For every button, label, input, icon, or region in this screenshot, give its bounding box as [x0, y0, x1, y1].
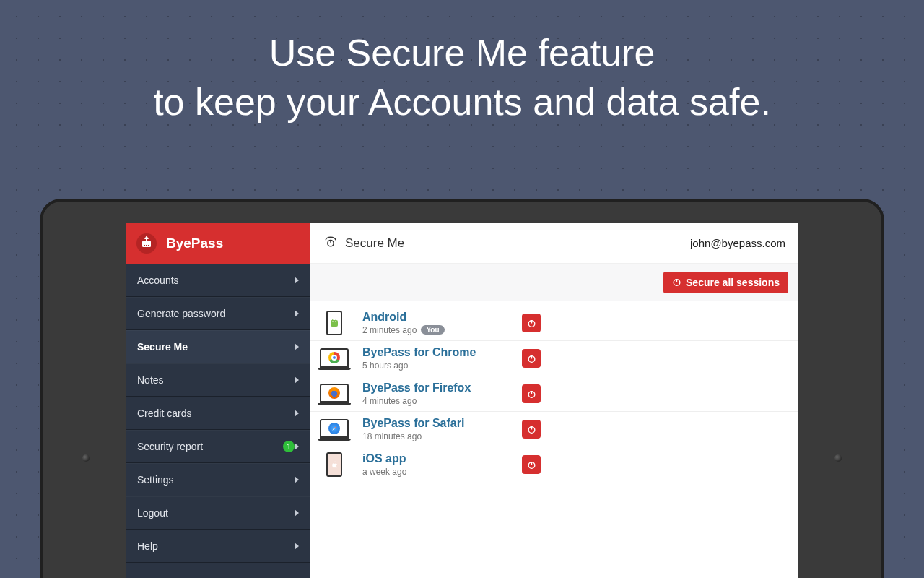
sidebar-item-label: Accounts [137, 275, 295, 286]
session-row: ByePass for Chrome5 hours ago [310, 341, 798, 376]
sidebar-item-label: Secure Me [137, 341, 295, 353]
logout-session-button[interactable] [522, 349, 541, 368]
sidebar-item-notes[interactable]: Notes [126, 363, 310, 397]
sidebar-item-label: Notes [137, 374, 295, 386]
sidebar-item-security-report[interactable]: Security report1 [126, 430, 310, 463]
user-email: john@byepass.com [690, 237, 785, 249]
chevron-right-icon [295, 376, 299, 384]
chevron-right-icon [295, 410, 299, 417]
sidebar-item-secure-me[interactable]: Secure Me [126, 330, 310, 363]
session-name: ByePass for Firefox [362, 381, 510, 394]
action-bar: Secure all sessions [310, 264, 798, 301]
tablet-camera-left [82, 454, 90, 462]
brand-logo-icon [136, 233, 157, 254]
hero-line-2: to keep your Accounts and data safe. [0, 78, 924, 127]
sidebar: ByePass AccountsGenerate passwordSecure … [126, 223, 310, 578]
sidebar-item-label: Generate password [137, 308, 295, 319]
logout-session-button[interactable] [522, 314, 541, 332]
svg-marker-22 [334, 426, 336, 428]
app-window: ByePass AccountsGenerate passwordSecure … [126, 223, 798, 578]
session-meta: 4 minutes ago [362, 396, 510, 406]
session-meta: 5 hours ago [362, 361, 510, 371]
brand-name: ByePass [166, 236, 223, 251]
laptop-safari-icon [318, 416, 351, 442]
session-list: Android2 minutes agoYouByePass for Chrom… [310, 301, 798, 486]
phone-android-icon [318, 310, 351, 336]
laptop-firefox-icon [318, 381, 351, 407]
logout-session-button[interactable] [522, 384, 541, 403]
topbar: Secure Me john@byepass.com [310, 223, 798, 264]
session-name: ByePass for Chrome [362, 346, 510, 359]
hero-text: Use Secure Me feature to keep your Accou… [0, 0, 924, 126]
sidebar-item-credit-cards[interactable]: Credit cards [126, 397, 310, 430]
session-time: 18 minutes ago [362, 431, 422, 441]
sidebar-item-settings[interactable]: Settings [126, 463, 310, 496]
session-meta: 2 minutes agoYou [362, 325, 510, 335]
chevron-right-icon [295, 476, 299, 483]
svg-line-13 [332, 319, 333, 320]
session-info: ByePass for Safari18 minutes ago [362, 417, 510, 441]
hero-line-1: Use Secure Me feature [0, 29, 924, 78]
svg-rect-4 [148, 245, 149, 246]
svg-rect-2 [144, 245, 145, 246]
chevron-right-icon [295, 343, 299, 350]
tablet-frame: ByePass AccountsGenerate passwordSecure … [40, 199, 884, 578]
session-time: 2 minutes ago [362, 325, 417, 335]
sidebar-badge: 1 [283, 441, 295, 452]
chevron-right-icon [295, 509, 299, 517]
sidebar-item-logout[interactable]: Logout [126, 496, 310, 530]
svg-rect-3 [146, 245, 147, 246]
sidebar-item-accounts[interactable]: Accounts [126, 264, 310, 297]
page-title: Secure Me [345, 236, 404, 251]
chevron-right-icon [295, 443, 299, 450]
session-time: 5 hours ago [362, 361, 408, 371]
sidebar-item-label: Credit cards [137, 407, 295, 419]
session-info: Android2 minutes agoYou [362, 311, 510, 335]
tablet-camera-right [834, 454, 842, 462]
session-row: ByePass for Safari18 minutes ago [310, 412, 798, 447]
sidebar-item-label: Help [137, 540, 295, 552]
session-row: iOS appa week ago [310, 447, 798, 482]
laptop-chrome-icon [318, 345, 351, 371]
content-area: Secure Me john@byepass.com Secure all se… [310, 223, 798, 578]
session-info: iOS appa week ago [362, 452, 510, 477]
session-row: ByePass for Firefox4 minutes ago [310, 376, 798, 412]
logout-session-button[interactable] [522, 455, 541, 474]
chevron-right-icon [295, 543, 299, 550]
svg-point-12 [335, 321, 336, 322]
brand: ByePass [126, 223, 310, 264]
sidebar-item-label: Logout [137, 507, 295, 519]
session-name: ByePass for Safari [362, 417, 510, 430]
secure-me-icon [323, 235, 338, 252]
svg-line-14 [336, 319, 336, 320]
session-info: ByePass for Firefox4 minutes ago [362, 381, 510, 406]
logout-session-button[interactable] [522, 420, 541, 439]
secure-all-sessions-label: Secure all sessions [686, 277, 780, 288]
sidebar-item-label: Settings [137, 474, 295, 486]
phone-ios-icon [318, 452, 351, 478]
session-name: Android [362, 311, 510, 324]
session-info: ByePass for Chrome5 hours ago [362, 346, 510, 371]
session-row: Android2 minutes agoYou [310, 306, 798, 341]
secure-all-sessions-button[interactable]: Secure all sessions [663, 272, 788, 293]
session-meta: 18 minutes ago [362, 431, 510, 441]
chevron-right-icon [295, 277, 299, 284]
sidebar-item-help[interactable]: Help [126, 530, 310, 563]
svg-point-11 [332, 321, 334, 322]
session-meta: a week ago [362, 467, 510, 477]
you-badge: You [421, 325, 444, 335]
session-time: 4 minutes ago [362, 396, 417, 406]
session-name: iOS app [362, 452, 510, 465]
session-time: a week ago [362, 467, 406, 477]
chevron-right-icon [295, 310, 299, 317]
sidebar-nav: AccountsGenerate passwordSecure MeNotesC… [126, 264, 310, 563]
sidebar-item-label: Security report [137, 441, 277, 452]
sidebar-item-generate-password[interactable]: Generate password [126, 297, 310, 330]
svg-rect-10 [331, 320, 338, 327]
svg-rect-5 [146, 238, 147, 241]
